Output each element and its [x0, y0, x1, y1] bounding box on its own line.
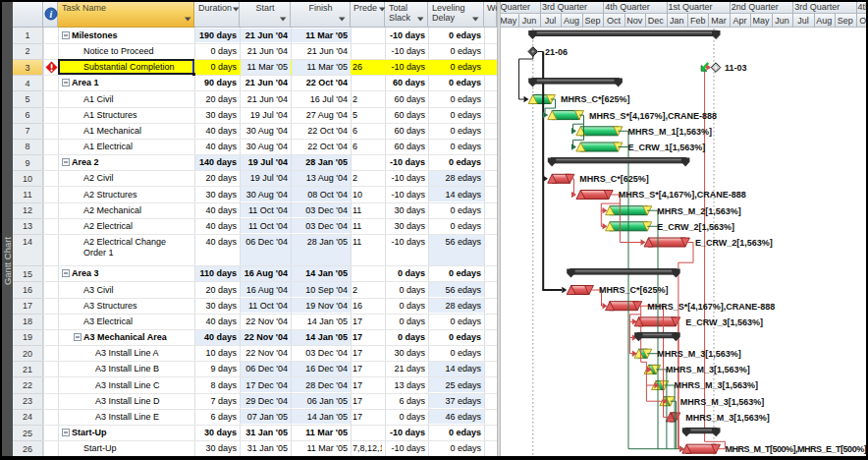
svg-text:MHRS_M_T[500%],MHRS_E_T[500%]: MHRS_M_T[500%],MHRS_E_T[500%]	[726, 444, 867, 454]
svg-text:MHRS_M_3[1,563%]: MHRS_M_3[1,563%]	[674, 380, 758, 390]
svg-text:MHRS_M_3[1,563%]: MHRS_M_3[1,563%]	[685, 413, 770, 423]
svg-text:MHRS_C*[625%]: MHRS_C*[625%]	[579, 174, 649, 184]
svg-text:MHRS_S*[4,167%],CRANE-888: MHRS_S*[4,167%],CRANE-888	[619, 190, 746, 200]
svg-text:MHRS_C*[625%]: MHRS_C*[625%]	[561, 94, 630, 104]
svg-text:MHRS_M_3[1,563%]: MHRS_M_3[1,563%]	[657, 349, 741, 359]
svg-text:21-06: 21-06	[545, 47, 568, 57]
svg-text:MHRS_C*[625%]: MHRS_C*[625%]	[599, 285, 669, 295]
svg-text:MHRS_S*[4,167%],CRANE-888: MHRS_S*[4,167%],CRANE-888	[589, 111, 717, 121]
svg-text:MHRS_M_2[1,563%]: MHRS_M_2[1,563%]	[657, 206, 741, 216]
svg-text:11-03: 11-03	[725, 63, 747, 73]
svg-text:E_CRW_3[1,563%]: E_CRW_3[1,563%]	[685, 317, 763, 327]
svg-text:E_CRW_2[1,563%]: E_CRW_2[1,563%]	[657, 222, 734, 232]
svg-text:E_CRW_1[1,563%]: E_CRW_1[1,563%]	[627, 143, 705, 152]
svg-text:MHRS_M_3[1,563%]: MHRS_M_3[1,563%]	[666, 365, 750, 374]
svg-text:MHRS_M_1[1,563%]: MHRS_M_1[1,563%]	[627, 127, 712, 137]
svg-text:MHRS_S*[4,167%],CRANE-888: MHRS_S*[4,167%],CRANE-888	[647, 302, 775, 312]
svg-text:MHRS_M_3[1,563%]: MHRS_M_3[1,563%]	[680, 397, 765, 407]
svg-text:E_CRW_2[1,563%]: E_CRW_2[1,563%]	[695, 238, 773, 248]
